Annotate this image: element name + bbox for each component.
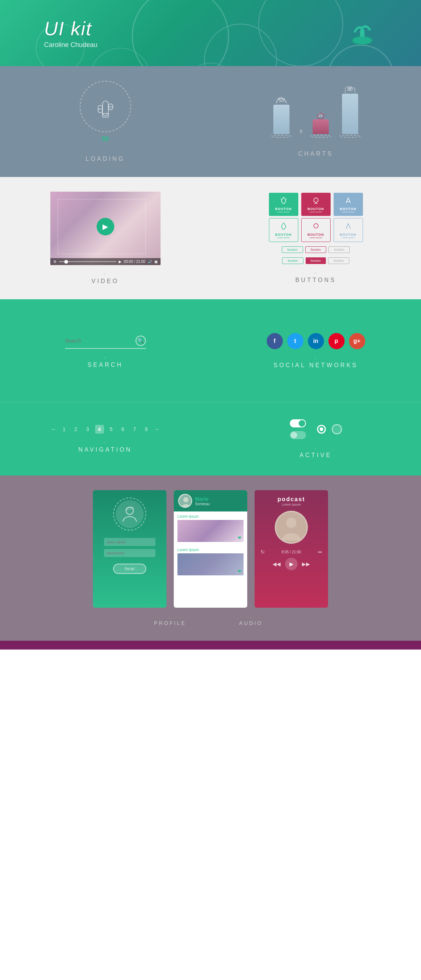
linkedin-icon[interactable]: in: [308, 333, 324, 349]
buttons-flat-row-2: bouton bouton bouton: [282, 258, 349, 264]
charts-bars: 50 0: [263, 86, 368, 138]
heart-icon-1[interactable]: ❤: [238, 535, 241, 541]
page-8[interactable]: 8: [142, 425, 151, 434]
password-field[interactable]: [104, 549, 155, 557]
btn-blue-outline[interactable]: BOUTON Lorem ipsum: [333, 218, 363, 242]
video-controls: ⚙ ▶ 00:00 / 21:00 🔊 ▣: [50, 258, 161, 265]
toggle-thumb-on: [299, 420, 305, 427]
btn-icon-pink: [311, 196, 321, 206]
prev-arrow[interactable]: ←: [51, 426, 57, 433]
btn-flat-gray-1[interactable]: bouton: [329, 247, 350, 253]
search-bar[interactable]: 🔍: [65, 333, 146, 349]
btn-green-outline[interactable]: BOUTON Lorem ipsum: [269, 218, 298, 242]
svg-point-0: [132, 0, 228, 66]
btn-label-blue-1: BOUTON: [340, 207, 356, 211]
toggle-on[interactable]: [290, 419, 306, 427]
profile-avatar-ring: [113, 498, 146, 531]
social-networks-section: f t in p g+ - SOCIAL NETWORKS: [210, 299, 421, 402]
page-2[interactable]: 2: [72, 425, 80, 434]
video-play-button[interactable]: ▶: [97, 218, 114, 235]
social-post-1: Lorem ipsum ❤: [174, 511, 247, 545]
page-5[interactable]: 5: [107, 425, 116, 434]
btn-green-1[interactable]: BOUTON Lorem ipsum: [269, 193, 298, 216]
audio-refresh-icon[interactable]: ↻: [260, 549, 265, 555]
audio-next-button[interactable]: ▶▶: [302, 561, 310, 567]
toggle-track-off[interactable]: [290, 431, 306, 439]
heart-icon-2[interactable]: ❤: [238, 569, 241, 574]
svg-point-33: [286, 518, 297, 528]
page-1[interactable]: 1: [60, 425, 69, 434]
bar-base-3: [339, 135, 361, 138]
social-app-name: Marie: [195, 496, 210, 502]
radio-btn-1-active[interactable]: [317, 425, 326, 434]
audio-shuffle-icon[interactable]: ↭: [318, 549, 322, 555]
btn-pink-1[interactable]: BOUTON Lorem ipsum: [301, 193, 331, 216]
audio-card-content: podcast Lorem ipsum ↻ 8:05 / 21:00 ↭: [255, 490, 328, 608]
username-field[interactable]: [104, 538, 155, 546]
video-progress-bar[interactable]: [59, 261, 117, 262]
loading-title: LOADING: [86, 156, 125, 162]
video-time: 00:00 / 21:00: [124, 259, 145, 264]
page-7[interactable]: 7: [131, 425, 139, 434]
chart-bar-1: 50: [270, 98, 292, 138]
btn-sublabel-blue-1: Lorem ipsum: [342, 211, 354, 213]
loading-value: 50: [101, 135, 109, 143]
page-4-active[interactable]: 4: [95, 425, 104, 434]
toggle-track-on[interactable]: [290, 419, 306, 427]
search-title: SEARCH: [88, 362, 123, 368]
social-label: -: [314, 355, 317, 361]
page-3[interactable]: 3: [83, 425, 92, 434]
social-post-img-wrapper-2: ❤: [177, 553, 244, 575]
twitter-icon[interactable]: t: [287, 333, 303, 349]
video-player[interactable]: ▶ ⚙ ▶ 00:00 / 21:00 🔊 ▣: [50, 192, 161, 265]
svg-point-31: [183, 497, 188, 502]
loading-circle: [80, 81, 131, 132]
facebook-icon[interactable]: f: [267, 333, 283, 349]
radio-group: [317, 424, 342, 434]
btn-icon-blue: [343, 196, 353, 206]
fullscreen-icon[interactable]: ▣: [154, 259, 158, 264]
btn-flat-pink-1[interactable]: bouton: [305, 247, 327, 253]
btn-flat-green-2[interactable]: bouton: [282, 258, 303, 264]
next-arrow[interactable]: →: [154, 426, 160, 433]
active-label: -: [314, 445, 317, 450]
btn-blue-1[interactable]: BOUTON Lorem ipsum: [333, 193, 363, 216]
googleplus-icon[interactable]: g+: [349, 333, 365, 349]
btn-pink-outline[interactable]: BOUTON Lorem ipsum: [301, 218, 331, 242]
settings-icon[interactable]: ⚙: [53, 259, 57, 264]
play-icon-small[interactable]: ▶: [119, 259, 121, 264]
search-icon[interactable]: 🔍: [136, 336, 146, 346]
page-6[interactable]: 6: [119, 425, 128, 434]
podcast-person-icon: [277, 512, 306, 542]
loading-label: -: [104, 149, 107, 154]
login-button[interactable]: I'm in!: [113, 564, 146, 574]
charts-label: -: [314, 143, 317, 149]
radio-btn-2[interactable]: [332, 424, 342, 434]
video-progress-dot: [64, 260, 68, 264]
user-avatar-icon: [179, 495, 192, 508]
audio-play-button[interactable]: ▶: [285, 558, 298, 570]
video-section: ▶ ⚙ ▶ 00:00 / 21:00 🔊 ▣ - VIDEO: [0, 177, 210, 299]
volume-icon[interactable]: 🔊: [148, 259, 152, 264]
video-label: -: [104, 271, 107, 277]
svg-point-1: [205, 24, 277, 66]
social-icons-group: f t in p g+: [267, 333, 365, 349]
cards-labels-row: - PROFILE - AUDIO: [22, 615, 399, 626]
btn-flat-green-1[interactable]: bouton: [282, 247, 303, 253]
svg-point-27: [314, 224, 318, 228]
pinterest-icon[interactable]: p: [329, 333, 344, 349]
audio-prev-button[interactable]: ◀◀: [273, 561, 281, 567]
search-section: 🔍 - SEARCH: [0, 299, 210, 402]
btn-flat-gray-2[interactable]: bouton: [328, 258, 349, 264]
btn-label-blue-2: BOUTON: [340, 233, 356, 237]
search-input[interactable]: [65, 338, 136, 344]
section-nav-active: ← 1 2 3 4 5 6 7 8 → - NAVIGATION: [0, 402, 421, 476]
profile-title: PROFILE: [133, 620, 207, 626]
svg-line-24: [286, 199, 287, 199]
bar-base-1: [270, 135, 292, 138]
video-thumbnail: ▶: [50, 192, 161, 265]
btn-flat-pink-filled[interactable]: bouton: [306, 258, 326, 264]
toggle-thumb-off: [290, 432, 297, 438]
section-apps: I'm in! Marie Somteau Lorem ips: [0, 476, 421, 641]
toggle-off[interactable]: [290, 431, 306, 439]
